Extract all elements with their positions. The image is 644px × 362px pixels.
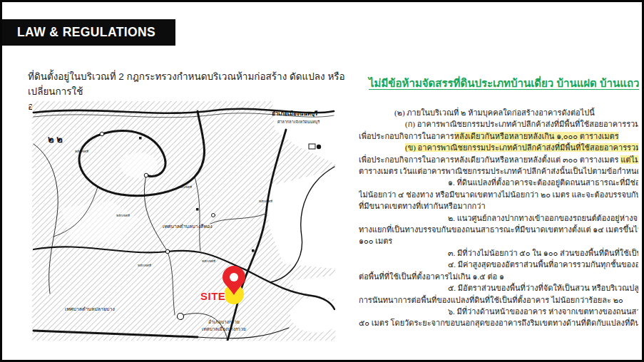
regulation-text: ๕๐ เมตร โดยวัดระยะจากขอบนอกสุดของอาคารถึ… [359, 319, 638, 327]
regulation-line: ๒. แนวศูนย์กลางปากทางเข้าออกของรถยนต์ต้อ… [359, 212, 638, 224]
regulation-line: (ข) อาคารพาณิชยกรรมประเภทค้าปลีกค้าส่งที… [359, 142, 638, 153]
map-label: เทศบาลตำบลบางสีทอง [163, 224, 213, 229]
regulation-text: เพื่อประกอบกิจการในอาคารหลังเดียวกันหรือ… [359, 155, 620, 164]
map-label: หลักเขตที่ [259, 199, 272, 203]
page-title: LAW & REGULATIONS [2, 19, 175, 46]
regulation-line: ๕๐ เมตร โดยวัดระยะจากขอบนอกสุดของอาคารถึ… [359, 317, 638, 329]
regulation-text: ทางแยกที่เป็นทางบรรจบกันของถนนสาธารณะที่… [359, 225, 638, 234]
regulation-line: ๕. มีอัตราส่วนของพื้นที่ว่างที่จัดให้เป็… [359, 282, 638, 294]
regulation-line: ๔. มีค่าสูงสุดของอัตราส่วนพื้นที่อาคารรว… [359, 259, 638, 270]
map-label: หลักเขตที่ [178, 185, 192, 189]
regulation-text: ๔. มีค่าสูงสุดของอัตราส่วนพื้นที่อาคารรว… [448, 260, 638, 269]
highlighted-text: (ข) อาคารพาณิชยกรรมประเภทค้าปลีกค้าส่งที… [405, 143, 638, 152]
regulation-line: ๑๐๐ เมตร [359, 235, 638, 247]
zoning-map: ๒ ๒อำเภอเมืองนนทบุรีศาลากลางจังหวัดนนทบุ… [32, 101, 335, 341]
site-label: SITE [200, 290, 225, 302]
regulation-line: ตารางเมตร เว้นแต่อาคารพาณิชยกรรมประเภทค้… [359, 165, 638, 177]
map-label: หลักเขตที่ [138, 263, 151, 267]
regulation-line: ๖. มีที่ว่างด้านหน้าของอาคาร ห่างจากเขตท… [359, 306, 638, 317]
regulation-text: ไม่น้อยกว่า ๔ ช่องทาง หรือมีขนาดเขตทางไม… [359, 190, 638, 199]
intro-line-1: ที่ดินตั้งอยู่ในบริเวณที่ 2 กฎกระทรวงกำห… [28, 69, 350, 99]
regulation-text: ๒. แนวศูนย์กลางปากทางเข้าออกของรถยนต์ต้อ… [448, 214, 638, 222]
highlighted-text: แต่ไม่เกิน [620, 155, 638, 164]
regulation-line: (ก) อาคารพาณิชยกรรมประเภทค้าปลีกค้าส่งที… [359, 118, 638, 130]
map-label: อำเภอบางกรวย [208, 319, 240, 324]
regulation-text: ๖. มีที่ว่างด้านหน้าของอาคาร ห่างจากเขตท… [448, 307, 638, 316]
regulation-text: ๑๐๐ เมตร [359, 237, 392, 245]
site-map-svg: ๒ ๒อำเภอเมืองนนทบุรีศาลากลางจังหวัดนนทบุ… [32, 101, 335, 341]
regulation-text: เพื่อประกอบกิจการในอาคาร [359, 132, 454, 140]
map-label: อำเภอเมืองนนทบุรี [272, 110, 318, 118]
highlighted-text: หลังเดียวกันหรือหลายหลังเกิน ๑,๐๐๐ ตาราง… [454, 132, 619, 140]
regulation-text: การนันทนาการต่อพื้นที่ของแปลงที่ดินที่ใช… [359, 296, 623, 304]
regulation-line: ๑. ที่ดินแปลงที่ตั้งอาคารจะต้องอยู่ติดถน… [359, 177, 638, 188]
map-label: ๒ ๒ [48, 134, 63, 145]
map-pin-hole [230, 273, 238, 281]
map-label: เทศบาลเมืองบางกรวย [202, 326, 246, 331]
regulation-line: ต่อพื้นที่ที่ใช้เป็นที่ตั้งอาคารไม่เกิน … [359, 271, 638, 282]
map-hatch-layer [32, 101, 335, 341]
regulation-text: ที่มีขนาดเขตทางที่เท่ากันหรือมากกว่า [359, 202, 486, 210]
regulation-line: ทางแยกที่เป็นทางบรรจบกันของถนนสาธารณะที่… [359, 224, 638, 235]
regulation-text: (๒) ภายในบริเวณที่ ๒ ห้ามบุคคลใดก่อสร้าง… [394, 108, 595, 117]
regulation-line: (๒) ภายในบริเวณที่ ๒ ห้ามบุคคลใดก่อสร้าง… [359, 107, 638, 118]
regulation-line: การนันทนาการต่อพื้นที่ของแปลงที่ดินที่ใช… [359, 294, 638, 306]
regulation-line: ที่มีขนาดเขตทางที่เท่ากันหรือมากกว่า [359, 200, 638, 212]
regulation-line: เพื่อประกอบกิจการในอาคารหลังเดียวกันหรือ… [359, 130, 638, 142]
regulation-text: ๕. มีอัตราส่วนของพื้นที่ว่างที่จัดให้เป็… [448, 284, 638, 292]
map-label: หลักเขตที่ [116, 213, 130, 217]
regulation-text: ๓. มีที่ว่างไม่น้อยกว่า ๕๐ ใน ๑๐๐ ส่วนขอ… [448, 249, 638, 257]
map-label: ศาลากลางจังหวัดนนทบุรี [277, 120, 320, 125]
regulation-text: ๑. ที่ดินแปลงที่ตั้งอาคารจะต้องอยู่ติดถน… [448, 178, 638, 187]
regulation-text: ตารางเมตร เว้นแต่อาคารพาณิชยกรรมประเภทค้… [359, 167, 638, 175]
regulation-text: (ก) อาคารพาณิชยกรรมประเภทค้าปลีกค้าส่งที… [405, 120, 638, 128]
map-label: เทศบาลตำบลปลายบาง [65, 306, 115, 311]
regulation-line: ๓. มีที่ว่างไม่น้อยกว่า ๕๐ ใน ๑๐๐ ส่วนขอ… [359, 247, 638, 259]
regulation-line: เพื่อประกอบกิจการในอาคารหลังเดียวกันหรือ… [359, 154, 638, 165]
map-label: หลักเขตที่ [75, 149, 88, 153]
regulations-heading: ไม่มีข้อห้ามจัดสรรที่ดินประเภทบ้านเดี่ยว… [369, 75, 638, 92]
regulation-line: ไม่น้อยกว่า ๔ ช่องทาง หรือมีขนาดเขตทางไม… [359, 189, 638, 200]
regulation-text: ต่อพื้นที่ที่ใช้เป็นที่ตั้งอาคารไม่เกิน … [359, 272, 504, 281]
map-label: หลักเขตที่ [202, 259, 215, 263]
regulation-lines: (๒) ภายในบริเวณที่ ๒ ห้ามบุคคลใดก่อสร้าง… [359, 107, 638, 335]
